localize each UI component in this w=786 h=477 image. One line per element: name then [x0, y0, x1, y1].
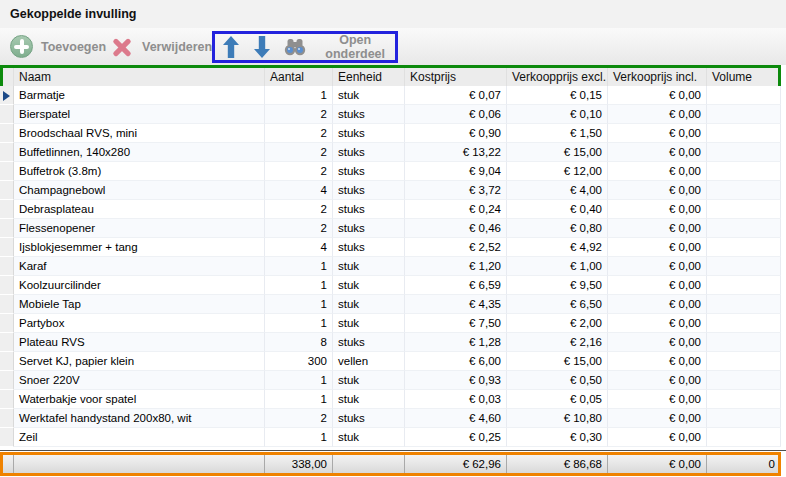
cell-kostprijs: € 0,07	[405, 86, 507, 105]
table-row[interactable]: Bierspatel 2 stuks € 0,06 € 0,10 € 0,00	[0, 105, 781, 124]
cell-eenheid: stuks	[333, 219, 405, 238]
table-row[interactable]: Werktafel handystand 200x80, wit 2 stuks…	[0, 409, 781, 428]
delete-x-icon	[110, 35, 134, 59]
cell-volume	[707, 333, 781, 352]
cell-verkoopprijs-incl: € 0,00	[608, 105, 707, 124]
row-selector-gutter	[0, 257, 14, 276]
cell-naam: Mobiele Tap	[14, 295, 265, 314]
cell-kostprijs: € 9,04	[405, 162, 507, 181]
cell-verkoopprijs-incl: € 0,00	[608, 409, 707, 428]
cell-kostprijs: € 2,52	[405, 238, 507, 257]
add-button[interactable]: Toevoegen	[10, 32, 106, 61]
column-header-eenheid[interactable]: Eenheid	[333, 68, 405, 86]
cell-volume	[707, 257, 781, 276]
cell-kostprijs: € 4,35	[405, 295, 507, 314]
cell-aantal: 8	[265, 333, 333, 352]
table-row[interactable]: Zeil 1 stuk € 0,25 € 0,30 € 0,00	[0, 428, 781, 447]
panel-title: Gekoppelde invulling	[0, 0, 786, 28]
delete-button[interactable]: Verwijderen	[110, 32, 212, 61]
cell-volume	[707, 86, 781, 105]
cell-eenheid: stuks	[333, 143, 405, 162]
cell-verkoopprijs-incl: € 0,00	[608, 200, 707, 219]
cell-naam: Waterbakje voor spatel	[14, 390, 265, 409]
cell-aantal: 1	[265, 314, 333, 333]
cell-naam: Broodschaal RVS, mini	[14, 124, 265, 143]
totals-eenheid	[333, 455, 405, 473]
column-header-verkoopprijs-excl[interactable]: Verkoopprijs excl.	[507, 68, 608, 86]
table-row[interactable]: Snoer 220V 1 stuk € 0,93 € 0,50 € 0,00	[0, 371, 781, 390]
table-row[interactable]: Plateau RVS 8 stuks € 1,28 € 2,16 € 0,00	[0, 333, 781, 352]
open-onderdeel-button[interactable]: Open onderdeel	[278, 34, 395, 60]
table-row[interactable]: Broodschaal RVS, mini 2 stuks € 0,90 € 1…	[0, 124, 781, 143]
totals-volume: 0	[707, 455, 781, 473]
table-row[interactable]: Buffetlinnen, 140x280 2 stuks € 13,22 € …	[0, 143, 781, 162]
cell-naam: Debrasplateau	[14, 200, 265, 219]
table-row[interactable]: Buffetrok (3.8m) 2 stuks € 9,04 € 12,00 …	[0, 162, 781, 181]
move-up-button[interactable]	[215, 34, 247, 60]
cell-verkoopprijs-excl: € 9,50	[507, 276, 608, 295]
cell-naam: Koolzuurcilinder	[14, 276, 265, 295]
row-selector-gutter	[0, 371, 14, 390]
cell-kostprijs: € 0,93	[405, 371, 507, 390]
cell-volume	[707, 219, 781, 238]
cell-naam: Champagnebowl	[14, 181, 265, 200]
table-row[interactable]: Ijsblokjesemmer + tang 4 stuks € 2,52 € …	[0, 238, 781, 257]
cell-kostprijs: € 6,00	[405, 352, 507, 371]
cell-volume	[707, 143, 781, 162]
cell-verkoopprijs-incl: € 0,00	[608, 238, 707, 257]
cell-eenheid: stuk	[333, 257, 405, 276]
table-row[interactable]: Waterbakje voor spatel 1 stuk € 0,03 € 0…	[0, 390, 781, 409]
cell-naam: Bierspatel	[14, 105, 265, 124]
cell-verkoopprijs-incl: € 0,00	[608, 181, 707, 200]
totals-verkoopprijs-excl: € 86,68	[507, 455, 608, 473]
header-gutter	[0, 68, 14, 86]
cell-verkoopprijs-incl: € 0,00	[608, 390, 707, 409]
column-header-verkoopprijs-incl[interactable]: Verkooprijs incl.	[608, 68, 707, 86]
table-row[interactable]: Servet KJ, papier klein 300 vellen € 6,0…	[0, 352, 781, 371]
row-selector-gutter	[0, 333, 14, 352]
cell-verkoopprijs-incl: € 0,00	[608, 124, 707, 143]
table-row[interactable]: Flessenopener 2 stuks € 0,46 € 0,80 € 0,…	[0, 219, 781, 238]
row-selector-gutter	[0, 105, 14, 124]
column-header-volume[interactable]: Volume	[707, 68, 781, 86]
cell-naam: Karaf	[14, 257, 265, 276]
table-body: Barmatje 1 stuk € 0,07 € 0,15 € 0,00 Bie…	[0, 86, 781, 447]
arrow-down-icon	[254, 36, 270, 58]
cell-verkoopprijs-excl: € 1,50	[507, 124, 608, 143]
column-header-kostprijs[interactable]: Kostprijs	[405, 68, 507, 86]
cell-verkoopprijs-incl: € 0,00	[608, 314, 707, 333]
cell-eenheid: stuk	[333, 276, 405, 295]
cell-kostprijs: € 3,72	[405, 181, 507, 200]
cell-verkoopprijs-incl: € 0,00	[608, 333, 707, 352]
cell-naam: Werktafel handystand 200x80, wit	[14, 409, 265, 428]
cell-aantal: 1	[265, 428, 333, 447]
totals-row: 338,00 € 62,96 € 86,68 € 0,00 0	[0, 455, 781, 473]
cell-eenheid: stuks	[333, 105, 405, 124]
cell-kostprijs: € 0,90	[405, 124, 507, 143]
move-down-button[interactable]	[247, 34, 279, 60]
cell-volume	[707, 371, 781, 390]
cell-volume	[707, 200, 781, 219]
table-row[interactable]: Champagnebowl 4 stuks € 3,72 € 4,00 € 0,…	[0, 181, 781, 200]
row-selector-gutter	[0, 181, 14, 200]
column-header-naam[interactable]: Naam	[14, 68, 265, 86]
table-row[interactable]: Partybox 1 stuk € 7,50 € 2,00 € 0,00	[0, 314, 781, 333]
cell-naam: Flessenopener	[14, 219, 265, 238]
column-header-aantal[interactable]: Aantal	[265, 68, 333, 86]
cell-verkoopprijs-excl: € 0,40	[507, 200, 608, 219]
table-row[interactable]: Karaf 1 stuk € 1,20 € 1,00 € 0,00	[0, 257, 781, 276]
row-selector-gutter	[0, 162, 14, 181]
cell-naam: Servet KJ, papier klein	[14, 352, 265, 371]
totals-verkoopprijs-incl: € 0,00	[608, 455, 707, 473]
cell-naam: Snoer 220V	[14, 371, 265, 390]
cell-eenheid: stuks	[333, 409, 405, 428]
table-row[interactable]: Koolzuurcilinder 1 stuk € 6,59 € 9,50 € …	[0, 276, 781, 295]
table-row[interactable]: Mobiele Tap 1 stuk € 4,35 € 6,50 € 0,00	[0, 295, 781, 314]
row-selector-gutter	[0, 219, 14, 238]
table-row[interactable]: Debrasplateau 2 stuks € 0,24 € 0,40 € 0,…	[0, 200, 781, 219]
cell-kostprijs: € 7,50	[405, 314, 507, 333]
add-button-label: Toevoegen	[41, 40, 106, 54]
table-row[interactable]: Barmatje 1 stuk € 0,07 € 0,15 € 0,00	[0, 86, 781, 105]
cell-aantal: 300	[265, 352, 333, 371]
cell-naam: Buffetlinnen, 140x280	[14, 143, 265, 162]
